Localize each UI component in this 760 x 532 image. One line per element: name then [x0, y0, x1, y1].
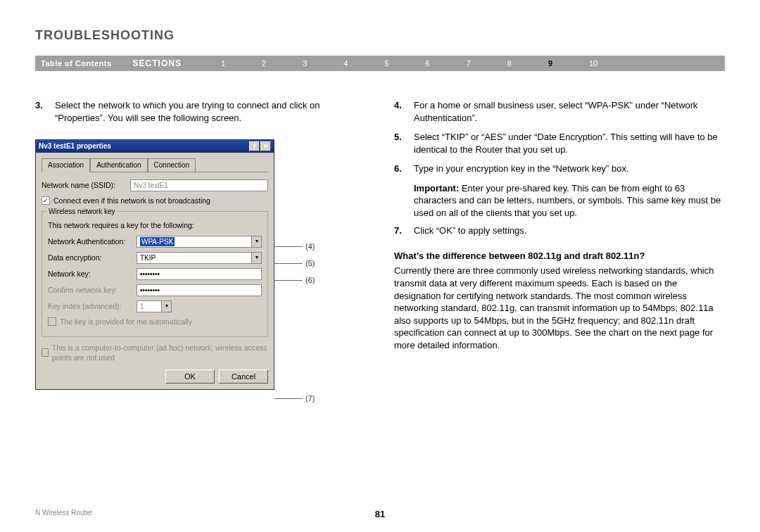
group-title: Wireless network key: [46, 207, 117, 217]
chevron-down-icon: ▾: [251, 253, 261, 263]
key-index-label: Key index (advanced):: [48, 301, 132, 311]
page-footer: N Wireless Router 81: [35, 509, 725, 517]
callout-7: (7): [305, 393, 315, 404]
step-3: 3. Select the network to which you are t…: [35, 99, 366, 124]
step-4: 4. For a home or small business user, se…: [394, 99, 725, 124]
important-text: Enter your pre-shared key. This can be f…: [414, 183, 721, 218]
dialog-title: Nv3 testE1 properties: [39, 141, 111, 151]
step-text: Click “OK” to apply settings.: [414, 224, 718, 237]
encryption-label: Data encryption:: [48, 253, 132, 262]
callout-6: (6): [305, 275, 315, 286]
toc-label[interactable]: Table of Contents: [41, 59, 112, 68]
auto-key-checkbox-label: The key is provided for me automatically: [60, 317, 192, 327]
section-link-4[interactable]: 4: [343, 59, 348, 68]
encryption-select[interactable]: TKIP ▾: [137, 252, 262, 264]
spinner-icon: ▾: [161, 301, 171, 312]
step-number: 5.: [394, 131, 414, 156]
section-link-7[interactable]: 7: [467, 59, 471, 68]
chevron-down-icon: ▾: [251, 236, 261, 247]
close-icon[interactable]: ✕: [260, 141, 271, 151]
adhoc-checkbox-label: This is a computer-to-computer (ad hoc) …: [52, 343, 268, 362]
properties-dialog-image: Nv3 testE1 properties ? ✕ Association Au…: [35, 139, 303, 390]
broadcast-checkbox[interactable]: ✓: [42, 196, 50, 205]
tab-association[interactable]: Association: [42, 158, 90, 172]
group-note: This network requires a key for the foll…: [48, 220, 262, 230]
step-text: Select “TKIP” or “AES” under “Date Encry…: [414, 131, 718, 156]
network-key-label: Network key:: [48, 269, 132, 279]
dialog-tabs: Association Authentication Connection: [42, 158, 268, 172]
step-number: 4.: [394, 99, 414, 124]
cancel-button[interactable]: Cancel: [219, 369, 268, 384]
key-index-select: 1 ▾: [137, 300, 172, 312]
auto-key-checkbox: [48, 317, 56, 326]
step-text: Select the network to which you are tryi…: [55, 99, 359, 124]
sections-label: SECTIONS: [133, 58, 182, 68]
section-link-5[interactable]: 5: [384, 59, 388, 68]
adhoc-checkbox: [42, 348, 49, 357]
step-7: 7. Click “OK” to apply settings.: [394, 224, 725, 237]
step-number: 3.: [35, 99, 55, 124]
step-number: 6.: [394, 163, 414, 175]
tab-authentication[interactable]: Authentication: [90, 158, 147, 172]
network-key-field[interactable]: ••••••••: [137, 268, 262, 280]
confirm-key-field[interactable]: ••••••••: [137, 284, 262, 296]
section-link-2[interactable]: 2: [262, 59, 266, 68]
confirm-key-label: Confirm network key:: [48, 285, 132, 295]
callout-4: (4): [305, 241, 315, 252]
ok-button[interactable]: OK: [165, 369, 215, 384]
important-label: Important:: [414, 183, 459, 194]
step-number: 7.: [394, 224, 414, 237]
sub-heading: What’s the difference between 802.11g an…: [394, 250, 725, 262]
step-text: Type in your encryption key in the “Netw…: [414, 163, 718, 175]
step-6: 6. Type in your encryption key in the “N…: [394, 163, 725, 175]
left-column: 3. Select the network to which you are t…: [35, 99, 366, 390]
step-5: 5. Select “TKIP” or “AES” under “Date En…: [394, 131, 725, 156]
dialog-titlebar: Nv3 testE1 properties ? ✕: [36, 140, 274, 153]
tab-connection[interactable]: Connection: [148, 158, 196, 172]
important-note: Important: Enter your pre-shared key. Th…: [394, 182, 725, 220]
broadcast-checkbox-label: Connect even if this network is not broa…: [53, 196, 210, 205]
section-link-10[interactable]: 10: [589, 59, 597, 68]
page-number: 81: [375, 509, 385, 519]
section-nav: Table of Contents SECTIONS 1 2 3 4 5 6 7…: [35, 56, 725, 71]
page-title: TROUBLESHOOTING: [35, 28, 725, 43]
section-link-3[interactable]: 3: [303, 59, 307, 68]
body-paragraph: Currently there are three commonly used …: [394, 265, 725, 351]
right-column: 4. For a home or small business user, se…: [394, 99, 725, 390]
ssid-field[interactable]: Nv3 testE1: [130, 179, 268, 191]
section-link-1[interactable]: 1: [221, 59, 225, 68]
auth-label: Network Authentication:: [48, 236, 132, 246]
step-text: For a home or small business user, selec…: [414, 99, 718, 124]
section-link-6[interactable]: 6: [426, 59, 430, 68]
wireless-key-group: Wireless network key This network requir…: [42, 211, 268, 337]
product-name: N Wireless Router: [35, 509, 92, 517]
callout-5: (5): [305, 258, 315, 269]
ssid-label: Network name (SSID):: [42, 180, 126, 190]
section-link-9[interactable]: 9: [548, 59, 552, 68]
auth-select[interactable]: WPA-PSK ▾: [137, 236, 262, 248]
section-link-8[interactable]: 8: [507, 59, 512, 68]
help-icon[interactable]: ?: [249, 141, 260, 151]
